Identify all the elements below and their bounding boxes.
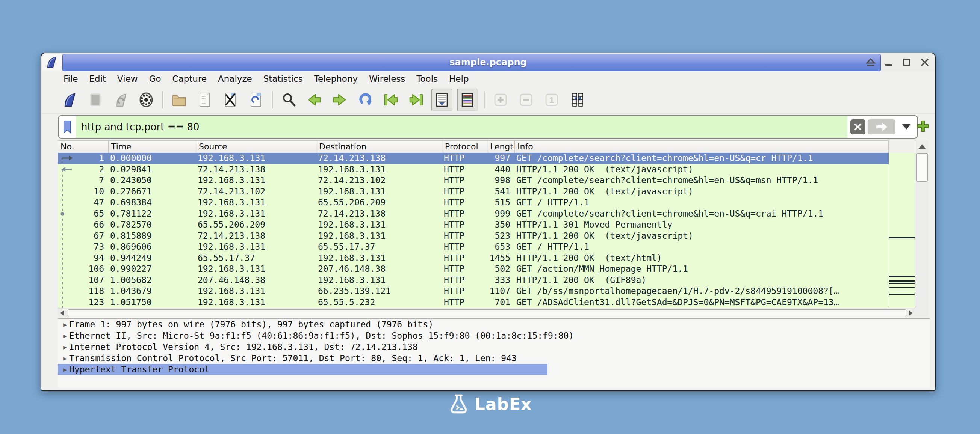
packet-row[interactable]: 10.000000192.168.3.13172.14.213.138HTTP9… xyxy=(58,153,889,164)
filter-box xyxy=(58,115,918,139)
packet-row[interactable]: 660.78257065.55.206.209192.168.3.131HTTP… xyxy=(58,219,889,231)
column-header-destination[interactable]: Destination xyxy=(317,141,442,153)
minimize-button[interactable] xyxy=(882,56,895,69)
column-header-no[interactable]: No. xyxy=(58,141,108,153)
toolbar-button-go-last[interactable] xyxy=(406,89,427,111)
vertical-scroll-thumb[interactable] xyxy=(916,153,928,182)
scroll-right-arrow[interactable] xyxy=(909,310,913,316)
menu-tools[interactable]: Tools xyxy=(411,72,444,86)
toolbar-button-start-capture[interactable] xyxy=(59,89,80,111)
toolbar-button-go-to-packet[interactable] xyxy=(355,89,376,111)
cell-protocol: HTTP xyxy=(442,208,487,220)
toolbar-separator xyxy=(162,91,163,109)
packet-row[interactable]: 940.94424965.55.17.37192.168.3.131HTTP14… xyxy=(58,253,889,264)
menu-wireless[interactable]: Wireless xyxy=(363,72,411,86)
expand-arrow-icon[interactable]: ▸ xyxy=(61,319,69,330)
expand-arrow-icon[interactable]: ▸ xyxy=(61,364,69,375)
cell-no: 67 xyxy=(58,231,108,242)
menu-telephony[interactable]: Telephony xyxy=(309,72,363,86)
window-title: sample.pcapng xyxy=(41,53,935,71)
toolbar-button-colorize[interactable] xyxy=(457,89,478,111)
column-header-protocol[interactable]: Protocol xyxy=(442,141,487,153)
packet-row[interactable]: 100.27667172.14.213.102192.168.3.131HTTP… xyxy=(58,186,889,198)
toolbar-button-find-packet[interactable] xyxy=(278,89,299,111)
horizontal-scroll-thumb[interactable] xyxy=(68,309,906,317)
detail-line[interactable]: ▸Hypertext Transfer Protocol xyxy=(58,364,547,375)
filter-dropdown-caret[interactable] xyxy=(902,124,910,130)
packet-row[interactable]: 1060.990227192.168.3.131207.46.148.38HTT… xyxy=(58,263,889,275)
menu-view[interactable]: View xyxy=(111,72,143,86)
detail-line[interactable]: ▸Internet Protocol Version 4, Src: 192.1… xyxy=(58,341,930,353)
bookmark-icon xyxy=(62,120,72,134)
menu-file[interactable]: File xyxy=(58,72,84,86)
toolbar-button-capture-options[interactable] xyxy=(135,89,156,111)
packet-details-pane: ▸Frame 1: 997 bytes on wire (7976 bits),… xyxy=(58,318,930,388)
maximize-button[interactable] xyxy=(900,56,913,69)
cell-length: 701 xyxy=(487,297,515,308)
packet-row[interactable]: 650.781122192.168.3.13172.14.213.138HTTP… xyxy=(58,208,889,220)
menu-capture[interactable]: Capture xyxy=(167,72,212,86)
shade-button[interactable] xyxy=(864,56,877,69)
column-header-source[interactable]: Source xyxy=(196,141,317,153)
packet-row[interactable]: 20.02984172.14.213.138192.168.3.131HTTP4… xyxy=(58,164,889,175)
expand-arrow-icon[interactable]: ▸ xyxy=(61,330,69,341)
column-header-length[interactable]: Length xyxy=(487,141,515,153)
detail-line[interactable]: ▸Transmission Control Protocol, Src Port… xyxy=(58,353,930,364)
toolbar-button-go-back[interactable] xyxy=(304,89,325,111)
filter-bookmark-button[interactable] xyxy=(59,116,76,138)
detail-line[interactable]: ▸Frame 1: 997 bytes on wire (7976 bits),… xyxy=(58,319,930,330)
detail-text: Ethernet II, Src: Micro-St_9a:f1:f5 (40:… xyxy=(69,330,574,341)
packet-row[interactable]: 730.869606192.168.3.13165.55.17.37HTTP65… xyxy=(58,241,889,253)
cell-protocol: HTTP xyxy=(442,175,487,186)
cell-destination: 65.55.206.209 xyxy=(317,197,442,208)
cell-source: 192.168.3.131 xyxy=(196,263,317,275)
scroll-left-arrow[interactable] xyxy=(60,310,64,316)
filter-clear-button[interactable] xyxy=(850,119,865,135)
toolbar-button-resize-columns[interactable] xyxy=(566,89,588,111)
packet-row[interactable]: 1181.043679192.168.3.13166.235.139.121HT… xyxy=(58,286,889,297)
column-header-time[interactable]: Time xyxy=(108,141,196,153)
toolbar-button-open-file[interactable] xyxy=(169,89,189,111)
open-file-icon xyxy=(170,92,187,108)
expand-arrow-icon[interactable]: ▸ xyxy=(61,353,69,364)
detail-line[interactable]: ▸Ethernet II, Src: Micro-St_9a:f1:f5 (40… xyxy=(58,330,930,341)
toolbar-button-go-forward[interactable] xyxy=(329,89,350,111)
toolbar-button-go-first[interactable] xyxy=(380,89,401,111)
go-forward-icon xyxy=(331,92,348,108)
column-header-info[interactable]: Info xyxy=(515,141,889,153)
packet-row[interactable]: 70.243050192.168.3.13172.14.213.102HTTP9… xyxy=(58,175,889,186)
cell-info: HTTP/1.1 200 OK (text/javascript) xyxy=(515,164,889,175)
packet-row[interactable]: 1071.005682207.46.148.38192.168.3.131HTT… xyxy=(58,275,889,286)
menu-help[interactable]: Help xyxy=(444,72,474,86)
cell-time: 1.051750 xyxy=(108,297,196,308)
menu-analyze[interactable]: Analyze xyxy=(212,72,258,86)
horizontal-scrollbar[interactable] xyxy=(58,308,915,317)
display-filter-input[interactable] xyxy=(76,116,847,138)
cell-time: 0.029841 xyxy=(108,164,196,175)
close-file-icon xyxy=(222,92,238,108)
packet-row[interactable]: 470.698384192.168.3.13165.55.206.209HTTP… xyxy=(58,197,889,208)
expand-arrow-icon[interactable]: ▸ xyxy=(61,341,69,353)
cell-length: 333 xyxy=(487,275,515,286)
cell-no: 66 xyxy=(58,219,108,231)
packet-row[interactable]: 1231.051750192.168.3.13165.55.5.232HTTP7… xyxy=(58,297,889,308)
toolbar-button-auto-scroll[interactable] xyxy=(431,89,452,111)
filter-apply-button[interactable] xyxy=(868,119,896,135)
cell-source: 192.168.3.131 xyxy=(196,241,317,253)
menu-go[interactable]: Go xyxy=(143,72,167,86)
cell-source: 72.14.213.138 xyxy=(196,231,317,242)
cell-length: 541 xyxy=(487,186,515,198)
cell-info: HTTP/1.1 200 OK (GIF89a) xyxy=(515,275,889,286)
close-button[interactable] xyxy=(918,56,931,69)
toolbar-button-reload-file[interactable] xyxy=(245,89,266,111)
packet-row[interactable]: 670.81588972.14.213.138192.168.3.131HTTP… xyxy=(58,231,889,242)
toolbar-button-close-file[interactable] xyxy=(220,89,240,111)
scroll-up-arrow[interactable] xyxy=(918,144,926,149)
vertical-scrollbar[interactable] xyxy=(915,140,929,317)
title-bar[interactable]: sample.pcapng xyxy=(41,53,935,71)
maximize-icon xyxy=(902,57,912,67)
menu-edit[interactable]: Edit xyxy=(84,72,112,86)
menu-statistics[interactable]: Statistics xyxy=(258,72,309,86)
filter-add-button[interactable] xyxy=(915,118,931,135)
go-first-icon xyxy=(383,92,399,108)
